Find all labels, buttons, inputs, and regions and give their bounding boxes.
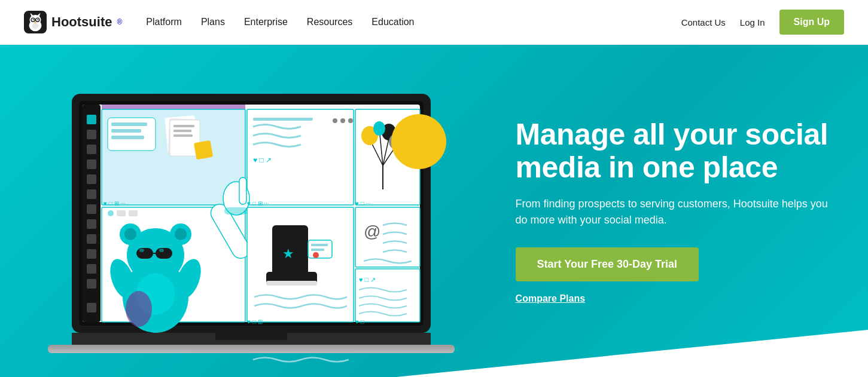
- laptop-illustration: ♥ □ ↗ ★: [36, 82, 467, 377]
- svg-point-12: [32, 23, 38, 29]
- login-link[interactable]: Log In: [740, 17, 765, 27]
- svg-text:♥ □ ···: ♥ □ ···: [355, 318, 371, 325]
- svg-rect-25: [87, 234, 96, 244]
- main-nav: Platform Plans Enterprise Resources Educ…: [146, 17, 681, 27]
- svg-text:♥ □ ↗: ♥ □ ↗: [359, 276, 376, 283]
- svg-rect-18: [87, 130, 96, 139]
- svg-rect-26: [87, 249, 96, 259]
- svg-text:♥ □ ⊞ ···: ♥ □ ⊞ ···: [247, 200, 269, 207]
- hero-text-area: Manage all your social media in one plac…: [504, 94, 868, 328]
- svg-point-97: [313, 252, 319, 258]
- svg-text:★: ★: [282, 246, 294, 261]
- svg-point-96: [391, 114, 446, 169]
- svg-point-45: [108, 210, 114, 216]
- nav-resources[interactable]: Resources: [307, 17, 352, 27]
- svg-text:♥ □ ⊞ ···: ♥ □ ⊞ ···: [103, 200, 126, 207]
- svg-rect-72: [224, 207, 248, 214]
- svg-text:♥ □ ↗: ♥ □ ↗: [253, 156, 272, 164]
- svg-point-67: [340, 118, 345, 123]
- svg-text:♥ □ ⊞ ···: ♥ □ ⊞ ···: [247, 318, 269, 325]
- navbar: Hootsuite® Platform Plans Enterprise Res…: [0, 0, 868, 45]
- svg-point-58: [159, 249, 164, 252]
- svg-rect-43: [194, 140, 213, 160]
- svg-rect-29: [87, 303, 96, 312]
- svg-text:♥ □ ···: ♥ □ ···: [355, 200, 371, 207]
- logo-text: Hootsuite: [51, 14, 112, 30]
- svg-rect-19: [87, 145, 96, 154]
- svg-rect-79: [311, 244, 328, 246]
- svg-text:@: @: [364, 222, 380, 241]
- hero-heading: Manage all your social media in one plac…: [516, 118, 832, 184]
- laptop-svg: ♥ □ ↗ ★: [36, 82, 467, 375]
- svg-rect-64: [253, 118, 313, 121]
- svg-rect-27: [87, 264, 96, 274]
- logo[interactable]: Hootsuite®: [24, 11, 122, 33]
- svg-rect-104: [215, 333, 287, 340]
- nav-platform[interactable]: Platform: [146, 17, 182, 27]
- svg-rect-22: [87, 189, 96, 199]
- svg-rect-54: [136, 248, 153, 259]
- hero-subtext: From finding prospects to serving custom…: [516, 196, 832, 228]
- svg-rect-30: [102, 105, 245, 109]
- svg-rect-55: [156, 248, 172, 259]
- svg-rect-24: [87, 219, 96, 229]
- svg-rect-28: [87, 279, 96, 289]
- nav-enterprise[interactable]: Enterprise: [244, 17, 288, 27]
- svg-rect-41: [173, 130, 191, 132]
- svg-rect-47: [129, 210, 138, 216]
- svg-rect-21: [87, 174, 96, 184]
- svg-rect-17: [87, 115, 96, 124]
- svg-rect-35: [111, 129, 141, 133]
- svg-point-53: [175, 228, 187, 240]
- svg-point-68: [348, 118, 353, 123]
- svg-rect-40: [173, 125, 194, 127]
- svg-point-66: [333, 118, 337, 123]
- svg-point-51: [124, 228, 136, 240]
- svg-rect-46: [117, 210, 126, 216]
- cta-button[interactable]: Start Your Free 30-Day Trial: [516, 247, 699, 281]
- svg-rect-36: [111, 136, 144, 139]
- svg-rect-42: [173, 134, 193, 137]
- svg-point-89: [373, 121, 385, 136]
- svg-rect-34: [111, 122, 147, 126]
- signup-button[interactable]: Sign Up: [779, 10, 844, 35]
- svg-rect-80: [311, 249, 324, 251]
- navbar-right: Contact Us Log In Sign Up: [681, 10, 844, 35]
- nav-education[interactable]: Education: [371, 17, 414, 27]
- nav-plans[interactable]: Plans: [201, 17, 225, 27]
- svg-rect-77: [266, 281, 317, 286]
- svg-point-62: [126, 291, 152, 327]
- svg-rect-71: [239, 177, 246, 204]
- owl-icon: [24, 11, 47, 33]
- svg-rect-23: [87, 204, 96, 214]
- svg-point-10: [37, 19, 38, 20]
- hero-laptop-area: ♥ □ ↗ ★: [0, 45, 504, 377]
- svg-point-9: [33, 19, 34, 20]
- svg-point-57: [139, 249, 144, 252]
- svg-rect-20: [87, 160, 96, 169]
- logo-reg: ®: [117, 18, 122, 26]
- contact-link[interactable]: Contact Us: [681, 17, 726, 27]
- hero-section: ♥ □ ↗ ★: [0, 45, 868, 377]
- svg-rect-105: [48, 345, 455, 353]
- compare-plans-link[interactable]: Compare Plans: [516, 293, 585, 304]
